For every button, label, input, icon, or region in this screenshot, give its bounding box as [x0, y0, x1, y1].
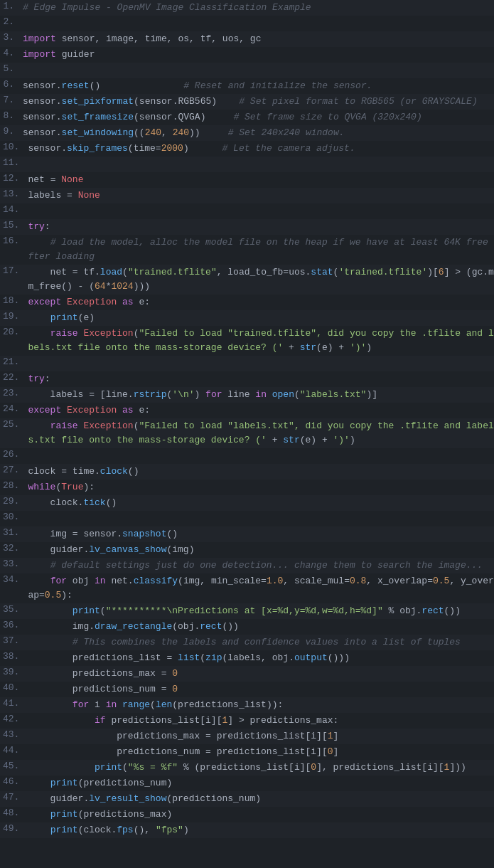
- line-content-45: print("%s = %f" % (predictions_list[i][0…: [26, 761, 494, 775]
- line-content-29: clock.tick(): [26, 496, 494, 510]
- line-33: 33. # default settings just do one detec…: [0, 558, 494, 573]
- line-num-11: 11.: [0, 157, 26, 168]
- line-content-32: guider.lv_canvas_show(img): [26, 543, 494, 557]
- line-content-6: sensor.reset() # Reset and initialize th…: [21, 79, 494, 93]
- line-num-27: 27.: [0, 465, 26, 475]
- code-editor: 1. # Edge Impulse - OpenMV Image Classif…: [0, 0, 494, 838]
- line-31: 31. img = sensor.snapshot(): [0, 526, 494, 542]
- line-content-47: guider.lv_result_show(predictions_num): [26, 792, 494, 806]
- line-num-10: 10.: [0, 142, 26, 152]
- line-num-41: 41.: [0, 698, 26, 709]
- line-num-17: 17.: [0, 265, 26, 276]
- line-25: 25. raise Exception("Failed to load "lab…: [0, 418, 494, 448]
- line-num-36: 36.: [0, 620, 26, 630]
- line-45: 45. print("%s = %f" % (predictions_list[…: [0, 760, 494, 776]
- line-content-30: [26, 512, 494, 526]
- line-content-40: predictions_num = 0: [26, 682, 494, 697]
- line-27: 27. clock = time.clock(): [0, 464, 494, 480]
- line-num-14: 14.: [0, 204, 26, 215]
- line-18: 18. except Exception as e:: [0, 295, 494, 310]
- line-4: 4. import guider: [0, 47, 494, 63]
- line-num-43: 43.: [0, 729, 26, 740]
- line-6: 6. sensor.reset() # Reset and initialize…: [0, 78, 494, 94]
- line-30: 30.: [0, 511, 494, 526]
- line-num-44: 44.: [0, 745, 26, 756]
- line-content-34: for obj in net.classify(img, min_scale=1…: [26, 574, 494, 603]
- line-content-31: img = sensor.snapshot(): [26, 527, 494, 541]
- line-1: 1. # Edge Impulse - OpenMV Image Classif…: [0, 0, 494, 16]
- line-content-41: for i in range(len(predictions_list)):: [26, 698, 494, 712]
- line-29: 29. clock.tick(): [0, 495, 494, 511]
- line-content-43: predictions_max = predictions_list[i][1]: [26, 729, 494, 743]
- line-num-21: 21.: [0, 356, 26, 367]
- line-num-7: 7.: [0, 95, 21, 105]
- line-content-13: labels = None: [26, 189, 494, 203]
- line-22: 22. try:: [0, 371, 494, 387]
- line-19: 19. print(e): [0, 310, 494, 326]
- line-num-42: 42.: [0, 714, 26, 724]
- line-content-14: [26, 204, 494, 218]
- line-content-20: raise Exception("Failed to load "trained…: [26, 327, 494, 355]
- line-content-37: # This combines the labels and confidenc…: [26, 635, 494, 650]
- line-num-22: 22.: [0, 372, 26, 383]
- line-num-46: 46.: [0, 776, 26, 787]
- line-44: 44. predictions_num = predictions_list[i…: [0, 744, 494, 760]
- line-num-37: 37.: [0, 635, 26, 646]
- line-12: 12. net = None: [0, 172, 494, 188]
- line-content-44: predictions_num = predictions_list[i][0]: [26, 745, 494, 759]
- line-content-24: except Exception as e:: [26, 403, 494, 418]
- line-40: 40. predictions_num = 0: [0, 682, 494, 697]
- line-num-32: 32.: [0, 543, 26, 554]
- line-24: 24. except Exception as e:: [0, 403, 494, 418]
- line-2: 2.: [0, 16, 494, 31]
- line-41: 41. for i in range(len(predictions_list)…: [0, 697, 494, 713]
- line-32: 32. guider.lv_canvas_show(img): [0, 542, 494, 558]
- line-num-23: 23.: [0, 388, 26, 398]
- line-content-19: print(e): [26, 311, 494, 325]
- line-content-35: print("**********\nPredictions at [x=%d,…: [26, 604, 494, 618]
- line-num-33: 33.: [0, 559, 26, 569]
- line-42: 42. if predictions_list[i][1] > predicti…: [0, 713, 494, 729]
- line-num-49: 49.: [0, 823, 26, 834]
- line-content-9: sensor.set_windowing((240, 240)) # Set 2…: [21, 126, 494, 140]
- line-num-16: 16.: [0, 235, 26, 246]
- line-content-10: sensor.skip_frames(time=2000) # Let the …: [26, 142, 494, 156]
- line-20: 20. raise Exception("Failed to load "tra…: [0, 326, 494, 356]
- line-content-18: except Exception as e:: [26, 295, 494, 309]
- line-46: 46. print(predictions_num): [0, 776, 494, 791]
- line-content-48: print(predictions_max): [26, 808, 494, 822]
- line-num-3: 3.: [0, 32, 21, 43]
- line-num-30: 30.: [0, 512, 26, 522]
- line-num-38: 38.: [0, 651, 26, 662]
- line-content-38: predictions_list = list(zip(labels, obj.…: [26, 651, 494, 665]
- line-num-40: 40.: [0, 682, 26, 693]
- line-num-18: 18.: [0, 295, 26, 306]
- line-10: 10. sensor.skip_frames(time=2000) # Let …: [0, 141, 494, 157]
- line-num-8: 8.: [0, 110, 21, 121]
- line-num-25: 25.: [0, 419, 26, 430]
- line-15: 15. try:: [0, 219, 494, 235]
- line-content-11: [26, 157, 494, 171]
- line-34: 34. for obj in net.classify(img, min_sca…: [0, 573, 494, 603]
- line-num-9: 9.: [0, 126, 21, 137]
- line-5: 5.: [0, 63, 494, 78]
- line-23: 23. labels = [line.rstrip('\n') for line…: [0, 387, 494, 403]
- line-content-8: sensor.set_framesize(sensor.QVGA) # Set …: [21, 110, 494, 125]
- line-36: 36. img.draw_rectangle(obj.rect()): [0, 619, 494, 635]
- line-content-36: img.draw_rectangle(obj.rect()): [26, 620, 494, 634]
- line-content-42: if predictions_list[i][1] > predictions_…: [26, 714, 494, 728]
- line-43: 43. predictions_max = predictions_list[i…: [0, 729, 494, 744]
- line-num-12: 12.: [0, 173, 26, 184]
- line-num-29: 29.: [0, 496, 26, 507]
- line-28: 28. while(True):: [0, 480, 494, 495]
- line-content-3: import sensor, image, time, os, tf, uos,…: [21, 32, 494, 46]
- line-11: 11.: [0, 157, 494, 172]
- line-num-31: 31.: [0, 527, 26, 538]
- line-num-48: 48.: [0, 808, 26, 818]
- line-content-5: [21, 63, 494, 78]
- line-35: 35. print("**********\nPredictions at [x…: [0, 603, 494, 619]
- line-39: 39. predictions_max = 0: [0, 666, 494, 682]
- line-38: 38. predictions_list = list(zip(labels, …: [0, 650, 494, 666]
- line-7: 7. sensor.set_pixformat(sensor.RGB565) #…: [0, 94, 494, 110]
- line-content-7: sensor.set_pixformat(sensor.RGB565) # Se…: [21, 95, 494, 109]
